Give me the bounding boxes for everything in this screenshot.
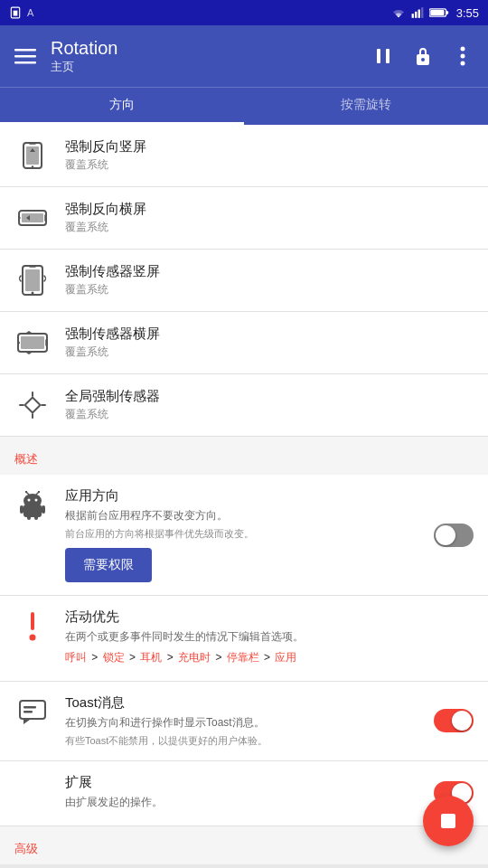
app-direction-content: 应用方向 根据前台应用程序不要改变方向。 前台应用的方向将根据事件优先级而改变。… bbox=[65, 487, 423, 582]
svg-rect-29 bbox=[21, 336, 44, 349]
toast-msg-content: Toast消息 在切换方向和进行操作时显示Toast消息。 有些Toast不能禁… bbox=[65, 694, 423, 748]
svg-point-45 bbox=[30, 635, 36, 641]
svg-rect-9 bbox=[14, 49, 36, 52]
svg-rect-47 bbox=[23, 706, 36, 709]
list-item-text: 强制反向横屏 覆盖系统 bbox=[65, 201, 474, 235]
more-button[interactable] bbox=[445, 38, 481, 74]
svg-rect-1 bbox=[14, 11, 18, 16]
svg-point-30 bbox=[17, 342, 20, 344]
item-title: 强制传感器横屏 bbox=[65, 326, 474, 343]
app-direction-desc: 根据前台应用程序不要改变方向。 bbox=[65, 507, 423, 524]
item-subtitle: 覆盖系统 bbox=[65, 282, 474, 297]
menu-icon bbox=[14, 45, 36, 67]
section-overview-header: 概述 bbox=[0, 437, 488, 475]
item-subtitle: 覆盖系统 bbox=[65, 220, 474, 235]
tabs: 方向 按需旋转 bbox=[0, 87, 488, 125]
signal-icon bbox=[411, 6, 424, 19]
time-display: 3:55 bbox=[456, 6, 479, 20]
svg-rect-48 bbox=[23, 711, 33, 713]
svg-rect-4 bbox=[418, 10, 419, 18]
phone-landscape-sensor-icon bbox=[14, 325, 51, 361]
list-item[interactable]: 强制反向竖屏 覆盖系统 bbox=[0, 125, 488, 187]
priority-item-call[interactable]: 呼叫 bbox=[65, 651, 87, 664]
app-direction-row: 应用方向 根据前台应用程序不要改变方向。 前台应用的方向将根据事件优先级而改变。… bbox=[0, 475, 488, 596]
toast-msg-note: 有些Toast不能禁用，以提供更好的用户体验。 bbox=[65, 734, 423, 748]
lock-button[interactable] bbox=[405, 38, 441, 74]
list-item[interactable]: 全局强制传感器 覆盖系统 bbox=[0, 374, 488, 437]
android-icon bbox=[14, 487, 51, 524]
svg-point-33 bbox=[28, 499, 31, 502]
app-title-block: Rotation 主页 bbox=[51, 38, 365, 75]
svg-rect-23 bbox=[22, 213, 43, 222]
chat-icon bbox=[14, 694, 51, 731]
orientation-list: 强制反向竖屏 覆盖系统 强制反向横屏 覆盖系统 bbox=[0, 125, 488, 437]
permission-button[interactable]: 需要权限 bbox=[65, 548, 152, 582]
item-title: 强制反向横屏 bbox=[65, 201, 474, 218]
pause-button[interactable] bbox=[365, 38, 401, 74]
tab-on-demand[interactable]: 按需旋转 bbox=[244, 88, 488, 125]
list-item-text: 强制传感器横屏 覆盖系统 bbox=[65, 326, 474, 360]
svg-rect-44 bbox=[31, 612, 34, 630]
list-item[interactable]: 强制传感器横屏 覆盖系统 bbox=[0, 312, 488, 374]
list-item-text: 全局强制传感器 覆盖系统 bbox=[65, 388, 474, 422]
phone-landscape-reverse-icon bbox=[14, 200, 51, 236]
priority-item-app[interactable]: 应用 bbox=[275, 651, 296, 664]
svg-rect-11 bbox=[14, 61, 36, 64]
svg-point-27 bbox=[32, 292, 34, 295]
item-title: 强制反向竖屏 bbox=[65, 138, 474, 156]
activity-priority-title: 活动优先 bbox=[65, 609, 474, 626]
item-title: 全局强制传感器 bbox=[65, 388, 474, 405]
priority-item-charging[interactable]: 充电时 bbox=[178, 651, 211, 664]
svg-rect-39 bbox=[34, 514, 38, 520]
activity-priority-content: 活动优先 在两个或更多事件同时发生的情况下编辑首选项。 呼叫 > 锁定 > 耳机… bbox=[65, 609, 474, 668]
svg-point-17 bbox=[461, 54, 465, 59]
svg-rect-2 bbox=[411, 14, 413, 18]
sim-icon bbox=[9, 6, 22, 19]
svg-rect-5 bbox=[421, 7, 423, 18]
svg-rect-12 bbox=[377, 49, 380, 63]
svg-point-21 bbox=[32, 165, 33, 167]
carrier-icon: A bbox=[27, 7, 33, 18]
exclamation-icon bbox=[14, 609, 51, 645]
fab-stop-button[interactable] bbox=[423, 796, 474, 846]
tab-direction[interactable]: 方向 bbox=[0, 88, 244, 125]
svg-rect-35 bbox=[23, 505, 42, 517]
toast-msg-desc: 在切换方向和进行操作时显示Toast消息。 bbox=[65, 714, 423, 731]
status-left: A bbox=[9, 6, 33, 19]
priority-item-dock[interactable]: 停靠栏 bbox=[227, 651, 259, 664]
stop-icon bbox=[438, 811, 458, 831]
status-bar: A 3:55 bbox=[0, 0, 488, 25]
list-item-text: 强制传感器竖屏 覆盖系统 bbox=[65, 263, 474, 297]
expand-desc: 由扩展发起的操作。 bbox=[65, 794, 423, 810]
svg-rect-49 bbox=[441, 814, 455, 828]
list-item[interactable]: 强制传感器竖屏 覆盖系统 bbox=[0, 250, 488, 312]
section-advanced-header: 高级 bbox=[0, 826, 488, 864]
section-advanced-label: 高级 bbox=[14, 842, 38, 855]
pause-icon bbox=[372, 45, 394, 67]
svg-rect-26 bbox=[25, 269, 40, 291]
expand-title: 扩展 bbox=[65, 774, 423, 791]
priority-chain: 呼叫 > 锁定 > 耳机 > 充电时 > 停靠栏 > 应用 bbox=[65, 648, 474, 668]
battery-icon bbox=[429, 7, 449, 18]
svg-point-16 bbox=[461, 47, 465, 52]
toast-msg-toggle[interactable] bbox=[434, 709, 474, 732]
status-right: 3:55 bbox=[391, 6, 479, 20]
section-overview-label: 概述 bbox=[14, 452, 38, 466]
svg-point-24 bbox=[18, 217, 20, 219]
svg-rect-38 bbox=[27, 514, 31, 520]
expand-row: 扩展 由扩展发起的操作。 bbox=[0, 761, 488, 826]
item-subtitle: 覆盖系统 bbox=[65, 157, 474, 173]
activity-priority-row: 活动优先 在两个或更多事件同时发生的情况下编辑首选项。 呼叫 > 锁定 > 耳机… bbox=[0, 596, 488, 682]
expand-content: 扩展 由扩展发起的操作。 bbox=[65, 774, 423, 813]
svg-rect-8 bbox=[430, 10, 444, 15]
app-bar-actions bbox=[365, 38, 481, 74]
app-subtitle: 主页 bbox=[51, 59, 365, 75]
list-item[interactable]: 强制反向横屏 覆盖系统 bbox=[0, 187, 488, 250]
menu-button[interactable] bbox=[7, 38, 43, 74]
app-direction-title: 应用方向 bbox=[65, 487, 423, 505]
priority-item-earphone[interactable]: 耳机 bbox=[140, 651, 162, 664]
phone-portrait-reverse-icon bbox=[14, 137, 51, 174]
priority-item-lock[interactable]: 锁定 bbox=[103, 651, 125, 664]
more-icon bbox=[460, 46, 465, 66]
app-direction-toggle[interactable] bbox=[434, 524, 474, 547]
